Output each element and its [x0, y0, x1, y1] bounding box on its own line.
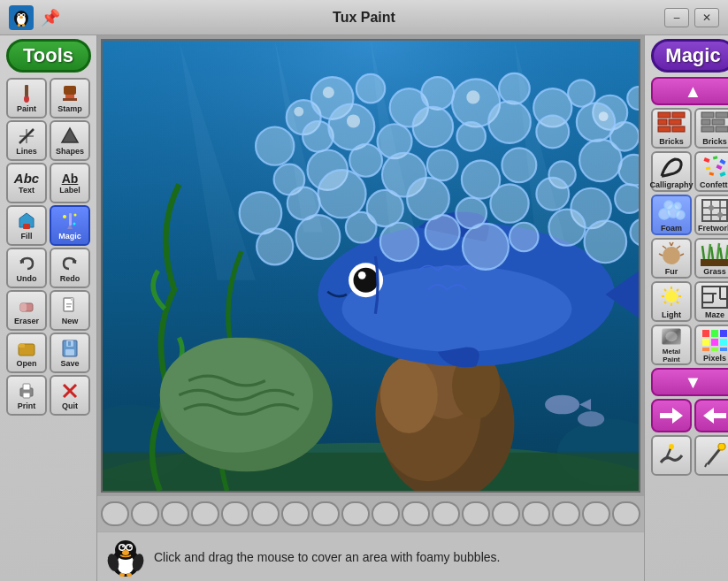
new-icon — [60, 296, 80, 316]
svg-rect-207 — [711, 330, 718, 337]
color-swatch-3[interactable] — [191, 501, 219, 526]
color-swatch-5[interactable] — [251, 501, 280, 526]
pin-icon: 📌 — [41, 8, 60, 27]
quit-tool[interactable]: Quit — [50, 375, 90, 416]
color-swatch-2[interactable] — [161, 501, 189, 526]
fur-label: Fur — [665, 267, 678, 276]
paint-tool[interactable]: Paint — [6, 78, 47, 118]
confetti-tool[interactable]: Confetti — [694, 151, 728, 192]
magic-label: Magic — [58, 232, 81, 241]
svg-rect-33 — [66, 306, 71, 308]
color-swatch-13[interactable] — [492, 501, 520, 526]
redo-tool[interactable]: Redo — [50, 248, 90, 288]
svg-point-100 — [579, 140, 622, 182]
color-palette — [97, 496, 644, 531]
save-tool[interactable]: Save — [50, 333, 90, 373]
shapes-tool[interactable]: Shapes — [50, 120, 90, 161]
color-swatch-10[interactable] — [402, 501, 430, 526]
save-label: Save — [60, 359, 79, 368]
svg-rect-20 — [69, 213, 72, 226]
color-swatch-12[interactable] — [462, 501, 490, 526]
svg-rect-158 — [719, 158, 725, 164]
color-swatch-11[interactable] — [432, 501, 460, 526]
new-tool[interactable]: New — [50, 290, 90, 331]
magic-header: Magic — [651, 39, 729, 73]
color-swatch-9[interactable] — [372, 501, 400, 526]
svg-point-61 — [160, 338, 313, 453]
magic-scroll-up[interactable]: ▲ — [651, 77, 729, 105]
svg-point-109 — [536, 178, 569, 210]
color-swatch-16[interactable] — [582, 501, 610, 526]
lines-icon — [17, 126, 36, 146]
svg-rect-146 — [658, 119, 667, 125]
magic-row-3: Foam Fretwork — [651, 195, 728, 235]
bricks1-tool[interactable]: Bricks — [651, 108, 692, 149]
light-tool[interactable]: Light — [651, 281, 692, 322]
metalpaint-tool[interactable]: Metal Paint — [651, 325, 692, 365]
wand-straight-tool[interactable] — [694, 435, 728, 476]
wand-wavy-tool[interactable] — [651, 435, 692, 476]
svg-point-90 — [577, 103, 615, 141]
eraser-tool[interactable]: Eraser — [6, 290, 47, 331]
bottom-bar: Click and drag the mouse to cover an are… — [97, 531, 644, 581]
lines-tool[interactable]: Lines — [6, 120, 47, 161]
svg-point-69 — [354, 268, 379, 293]
color-swatch-7[interactable] — [311, 501, 340, 526]
print-icon — [17, 381, 36, 401]
svg-point-115 — [380, 223, 418, 261]
svg-point-70 — [358, 271, 366, 279]
print-tool[interactable]: Print — [6, 375, 47, 416]
color-swatch-0[interactable] — [101, 501, 129, 526]
close-button[interactable]: ✕ — [694, 8, 719, 27]
svg-point-135 — [120, 545, 125, 549]
fur-icon — [657, 241, 686, 266]
label-tool[interactable]: Ab Label — [50, 163, 90, 203]
svg-rect-12 — [64, 86, 76, 95]
fur-tool[interactable]: Fur — [651, 238, 692, 279]
svg-point-137 — [122, 546, 124, 547]
fretwork-tool[interactable]: Fretwork — [694, 195, 728, 235]
bricks1-label: Bricks — [659, 137, 684, 146]
color-swatch-6[interactable] — [281, 501, 310, 526]
svg-point-173 — [709, 205, 714, 210]
tools-header: Tools — [6, 39, 91, 73]
magic-wand-row — [651, 435, 728, 476]
color-swatch-1[interactable] — [131, 501, 159, 526]
svg-point-104 — [318, 170, 365, 218]
fill-tool[interactable]: Fill — [6, 205, 47, 246]
magic-action-right[interactable] — [694, 399, 728, 432]
bricks2-tool[interactable]: Bricks — [694, 108, 728, 149]
svg-point-77 — [499, 73, 530, 104]
color-swatch-14[interactable] — [522, 501, 550, 526]
pixels-tool[interactable]: Pixels — [694, 325, 728, 365]
paint-icon — [17, 84, 36, 103]
svg-rect-54 — [103, 453, 639, 491]
grass-tool[interactable]: Grass — [694, 238, 728, 279]
drawing-canvas[interactable] — [101, 39, 640, 493]
magic-action-left[interactable] — [651, 399, 692, 432]
color-swatch-15[interactable] — [552, 501, 580, 526]
color-swatch-8[interactable] — [341, 501, 370, 526]
foam-tool[interactable]: Foam — [651, 195, 692, 235]
maze-tool[interactable]: Maze — [694, 281, 728, 322]
wand-wavy-icon — [657, 443, 686, 468]
svg-point-114 — [346, 212, 377, 243]
tool-row-6: Eraser New — [6, 290, 90, 331]
undo-tool[interactable]: Undo — [6, 248, 47, 288]
open-tool[interactable]: Open — [6, 333, 47, 373]
svg-point-205 — [665, 332, 677, 342]
magic-scroll-down[interactable]: ▼ — [651, 368, 729, 396]
window-title: Tux Paint — [333, 10, 395, 26]
color-swatch-17[interactable] — [612, 501, 640, 526]
confetti-icon — [701, 155, 728, 180]
minimize-button[interactable]: – — [664, 8, 689, 27]
stamp-tool[interactable]: Stamp — [50, 78, 90, 118]
svg-rect-42 — [23, 393, 30, 398]
svg-rect-148 — [658, 126, 671, 132]
right-toolbar: Magic ▲ Bricks — [644, 35, 728, 581]
magic-tool[interactable]: Magic — [50, 205, 90, 246]
text-tool[interactable]: Abc Text — [6, 163, 47, 203]
titlebar-left: 📌 — [9, 5, 60, 30]
calligraphy-tool[interactable]: Calligraphy — [651, 151, 692, 192]
color-swatch-4[interactable] — [221, 501, 249, 526]
